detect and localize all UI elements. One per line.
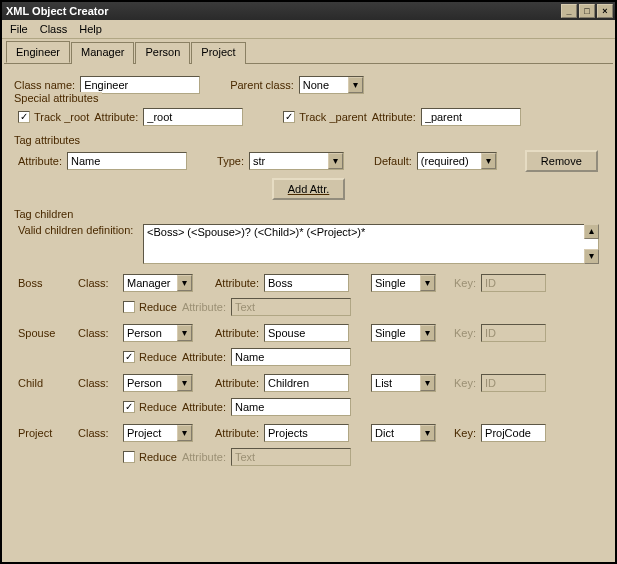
parent-class-label: Parent class: xyxy=(230,79,294,91)
chevron-down-icon xyxy=(420,325,435,341)
minimize-button[interactable]: _ xyxy=(561,4,577,18)
project-reduce-attr-input xyxy=(231,448,351,466)
tab-project[interactable]: Project xyxy=(191,42,245,64)
child-collect-select[interactable]: List xyxy=(371,374,436,392)
project-collect-select[interactable]: Dict xyxy=(371,424,436,442)
menubar: File Class Help xyxy=(2,20,615,39)
chevron-down-icon xyxy=(328,153,343,169)
tab-engineer[interactable]: Engineer xyxy=(6,41,70,63)
spouse-attr-input[interactable] xyxy=(264,324,349,342)
spouse-class-select[interactable]: Person xyxy=(123,324,193,342)
add-attr-button[interactable]: Add Attr. xyxy=(272,178,346,200)
parent-attribute-input[interactable] xyxy=(421,108,521,126)
menu-file[interactable]: File xyxy=(10,23,28,35)
project-reduce-checkbox[interactable]: Reduce xyxy=(123,451,177,463)
tag-attr-type-select[interactable]: str xyxy=(249,152,344,170)
child-reduce-checkbox[interactable]: Reduce xyxy=(123,401,177,413)
project-attr-input[interactable] xyxy=(264,424,349,442)
root-attribute-input[interactable] xyxy=(143,108,243,126)
project-key-input[interactable] xyxy=(481,424,546,442)
valid-children-textarea[interactable] xyxy=(143,224,599,264)
menu-class[interactable]: Class xyxy=(40,23,68,35)
boss-reduce-attr-input xyxy=(231,298,351,316)
track-parent-checkbox[interactable]: Track _parent xyxy=(283,111,366,123)
tab-panel-engineer: Class name: Parent class: None Special a… xyxy=(4,63,613,560)
remove-attr-button[interactable]: Remove xyxy=(525,150,598,172)
checkbox-icon xyxy=(123,351,135,363)
chevron-down-icon xyxy=(177,375,192,391)
class-name-label: Class name: xyxy=(14,79,75,91)
boss-attr-input[interactable] xyxy=(264,274,349,292)
tag-attr-name-input[interactable] xyxy=(67,152,187,170)
chevron-down-icon xyxy=(420,375,435,391)
chevron-down-icon xyxy=(481,153,496,169)
valid-children-label: Valid children definition: xyxy=(18,224,138,236)
child-reduce-attr-input[interactable] xyxy=(231,398,351,416)
checkbox-icon xyxy=(123,401,135,413)
child-row-name: Project xyxy=(18,427,73,439)
window-title: XML Object Creator xyxy=(6,5,561,17)
tab-person[interactable]: Person xyxy=(135,42,190,64)
child-row-name: Boss xyxy=(18,277,73,289)
project-class-select[interactable]: Project xyxy=(123,424,193,442)
child-row-name: Spouse xyxy=(18,327,73,339)
child-key-input xyxy=(481,374,546,392)
tag-children-group: Tag children Valid children definition: … xyxy=(14,216,603,476)
track-root-checkbox[interactable]: Track _root xyxy=(18,111,89,123)
special-attributes-group: Special attributes Track _root Attribute… xyxy=(14,100,603,136)
chevron-down-icon xyxy=(420,275,435,291)
close-button[interactable]: × xyxy=(597,4,613,18)
spouse-reduce-checkbox[interactable]: Reduce xyxy=(123,351,177,363)
child-class-select[interactable]: Person xyxy=(123,374,193,392)
child-attr-input[interactable] xyxy=(264,374,349,392)
titlebar: XML Object Creator _ □ × xyxy=(2,2,615,20)
chevron-down-icon xyxy=(348,77,363,93)
chevron-down-icon xyxy=(177,325,192,341)
scroll-up-icon[interactable] xyxy=(584,224,599,239)
spouse-reduce-attr-input[interactable] xyxy=(231,348,351,366)
spouse-collect-select[interactable]: Single xyxy=(371,324,436,342)
child-row-name: Child xyxy=(18,377,73,389)
checkbox-icon xyxy=(283,111,295,123)
boss-collect-select[interactable]: Single xyxy=(371,274,436,292)
app-window: XML Object Creator _ □ × File Class Help… xyxy=(0,0,617,564)
tab-manager[interactable]: Manager xyxy=(71,42,134,64)
menu-help[interactable]: Help xyxy=(79,23,102,35)
chevron-down-icon xyxy=(420,425,435,441)
checkbox-icon xyxy=(123,451,135,463)
checkbox-icon xyxy=(123,301,135,313)
parent-class-select[interactable]: None xyxy=(299,76,364,94)
chevron-down-icon xyxy=(177,275,192,291)
chevron-down-icon xyxy=(177,425,192,441)
boss-key-input xyxy=(481,274,546,292)
checkbox-icon xyxy=(18,111,30,123)
boss-class-select[interactable]: Manager xyxy=(123,274,193,292)
tag-attr-default-select[interactable]: (required) xyxy=(417,152,497,170)
spouse-key-input xyxy=(481,324,546,342)
maximize-button[interactable]: □ xyxy=(579,4,595,18)
tag-attributes-group: Tag attributes Attribute: Type: str Defa… xyxy=(14,142,603,210)
tabs: Engineer Manager Person Project xyxy=(2,39,615,63)
boss-reduce-checkbox[interactable]: Reduce xyxy=(123,301,177,313)
scroll-down-icon[interactable] xyxy=(584,249,599,264)
